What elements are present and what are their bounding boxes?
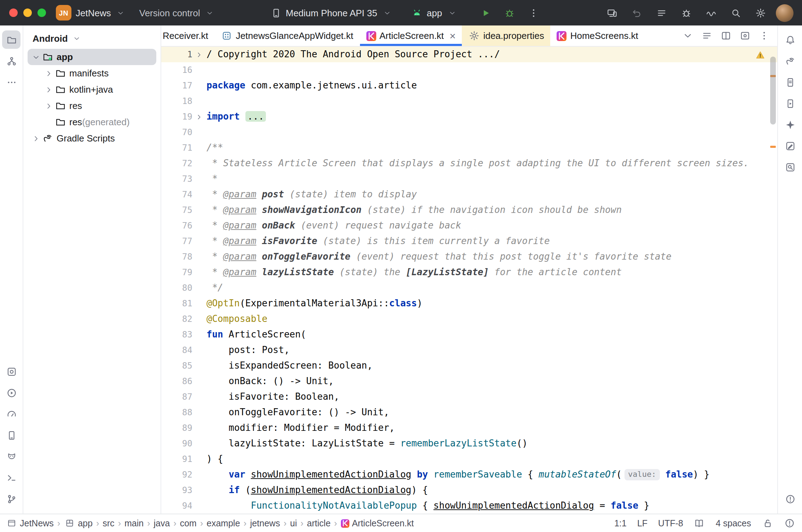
live-edit-button[interactable] [702,4,720,22]
problems-tool-button[interactable] [781,490,799,508]
minimize-window-button[interactable] [23,8,32,17]
encoding-widget[interactable]: UTF-8 [658,518,683,528]
error-circle-icon [784,517,795,529]
editor-column: Receiver.ktJetnewsGlanceAppWidget.ktArti… [161,25,777,514]
module-icon [64,517,75,529]
logcat-tool-button[interactable] [2,447,21,466]
breadcrumb-separator: › [331,518,341,528]
line-separator-widget[interactable]: LF [637,518,647,528]
reader-mode-widget[interactable] [694,517,705,529]
tab-jetnewsglanceappwidget-kt[interactable]: JetnewsGlanceAppWidget.kt [215,25,360,46]
hidden-tabs-button[interactable] [679,27,697,45]
gemini-tool-button[interactable] [781,115,799,134]
project-tool-button[interactable] [2,30,21,49]
close-tab-icon[interactable]: × [449,30,456,41]
breadcrumb-com[interactable]: com [180,518,197,528]
editor[interactable]: 1/ Copyright 2020 The Android Open Sourc… [161,47,777,514]
code-text: if (showUnimplementedActionDialog) { [205,482,428,498]
layout-inspector-tool-button[interactable] [781,158,799,176]
preview-layout-button[interactable] [736,27,754,45]
tab-receiver-kt[interactable]: Receiver.kt [161,25,215,46]
run-config-selector[interactable]: app [411,7,458,18]
profiler-tool-button[interactable] [2,405,21,423]
app-inspection-tool-button[interactable] [2,362,21,381]
project-view-selector[interactable]: Android [23,30,161,49]
tree-expand-icon[interactable] [30,51,42,63]
running-devices-tool-button[interactable] [781,94,799,112]
resource-manager-tool-button[interactable] [2,52,21,70]
code-line-76: 76 * @param onBack (event) request navig… [161,218,777,233]
line-number: 94 [161,498,192,514]
tree-expand-icon[interactable] [43,100,54,111]
editor-scrollbar[interactable] [768,47,777,514]
tree-item-gradle-scripts[interactable]: Gradle Scripts [28,130,156,146]
zoom-window-button[interactable] [37,8,46,17]
breadcrumb-src[interactable]: src [103,518,114,528]
breadcrumb-app[interactable]: app [64,517,93,529]
tree-item-kotlin-java[interactable]: kotlin+java [28,81,156,98]
run-button[interactable] [476,4,494,22]
problems-widget[interactable] [784,517,795,529]
breadcrumb-example[interactable]: example [207,518,240,528]
fold-toggle-icon[interactable] [192,109,205,125]
back-arrow-icon [631,7,642,18]
tree-item-app[interactable]: app [28,49,156,65]
compose-preview-tool-button[interactable] [781,137,799,155]
tree-expand-icon[interactable] [43,68,54,79]
vcs-widget[interactable]: Version control [139,7,216,18]
kebab-icon [528,7,539,18]
running-devices-button[interactable] [603,4,621,22]
breadcrumb-main[interactable]: main [124,518,144,528]
code-text: /** [205,140,223,156]
device-selector[interactable]: Medium Phone API 35 [270,7,393,18]
fold-toggle-icon[interactable] [192,47,205,62]
caret-position-widget[interactable]: 1:1 [614,518,627,528]
scrollbar-warning-mark [770,146,776,148]
todo-list-button[interactable] [652,4,670,22]
app-insights-button[interactable] [677,4,695,22]
breadcrumb-java[interactable]: java [154,518,170,528]
device-manager-tool-button[interactable] [2,426,21,444]
debug-button[interactable] [500,4,518,22]
editor-structure-button[interactable] [698,27,716,45]
close-window-button[interactable] [9,8,18,17]
breadcrumb-jetnews[interactable]: JetNews [6,517,54,529]
run-tool-button[interactable] [2,383,21,402]
gradle-tool-button[interactable] [781,52,799,70]
user-avatar[interactable] [776,4,794,22]
tab-idea-properties[interactable]: idea.properties [462,25,551,46]
tree-item-res-generated[interactable]: res (generated) [28,114,156,130]
more-tool-windows-button[interactable] [2,73,21,91]
breadcrumb-jetnews[interactable]: jetnews [250,518,280,528]
tree-expand-icon[interactable] [43,84,54,95]
tab-articlescreen-kt[interactable]: ArticleScreen.kt× [360,25,462,46]
scrollbar-thumb[interactable] [770,57,776,125]
code-line-75: 75 * @param showNavigationIcon (state) i… [161,202,777,218]
split-editor-button[interactable] [717,27,735,45]
breadcrumb-articlescreen-kt[interactable]: ArticleScreen.kt [341,518,414,528]
version-control-tool-button[interactable] [2,490,21,508]
tree-expand-icon[interactable] [30,133,42,144]
inspections-widget[interactable] [755,50,766,62]
fold-column [192,233,205,249]
device-explorer-tool-button[interactable] [781,73,799,91]
gauge-icon [6,408,17,420]
notifications-button[interactable] [781,30,799,49]
breadcrumb-ui[interactable]: ui [290,518,297,528]
search-everywhere-button[interactable] [726,4,745,22]
breadcrumbs: JetNews›app›src›main›java›com›example›je… [6,517,414,529]
tree-item-res[interactable]: res [28,98,156,114]
terminal-tool-button[interactable] [2,468,21,487]
fold-column [192,327,205,342]
settings-button[interactable] [751,4,769,22]
tab-homescreens-kt[interactable]: HomeScreens.kt [551,25,645,46]
widget-icon [221,30,232,41]
readonly-widget[interactable] [762,517,773,529]
editor-options-button[interactable] [755,27,773,45]
breadcrumb-article[interactable]: article [307,518,331,528]
tree-item-manifests[interactable]: manifests [28,65,156,81]
project-widget[interactable]: JN JetNews [56,5,127,21]
back-button[interactable] [627,4,646,22]
more-run-actions-button[interactable] [524,4,542,22]
indent-widget[interactable]: 4 spaces [716,518,751,528]
